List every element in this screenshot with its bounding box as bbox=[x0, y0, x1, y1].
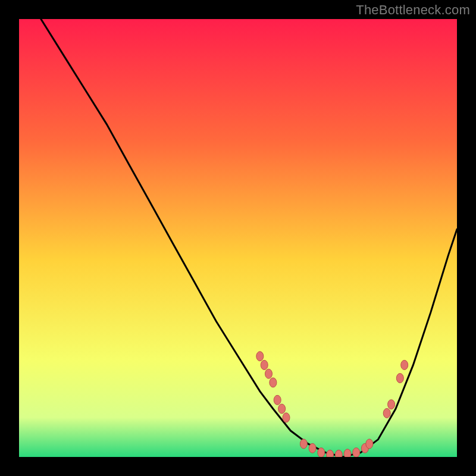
chart-area bbox=[19, 19, 457, 457]
data-point bbox=[388, 400, 395, 409]
data-point bbox=[366, 439, 373, 449]
data-point bbox=[278, 404, 286, 414]
data-point bbox=[256, 352, 264, 361]
data-point bbox=[335, 450, 342, 457]
data-point bbox=[344, 449, 351, 457]
data-point bbox=[318, 448, 325, 457]
data-point bbox=[353, 448, 360, 457]
data-point bbox=[270, 378, 277, 387]
data-point bbox=[401, 360, 408, 369]
data-point bbox=[383, 408, 390, 418]
data-point bbox=[261, 360, 268, 369]
data-point bbox=[265, 369, 273, 378]
data-point bbox=[283, 413, 290, 422]
bottleneck-chart bbox=[19, 19, 457, 457]
data-point bbox=[396, 374, 403, 383]
data-point bbox=[309, 443, 316, 453]
app-frame: TheBottleneck.com bbox=[0, 0, 476, 476]
watermark-text: TheBottleneck.com bbox=[356, 2, 470, 18]
data-point bbox=[327, 450, 334, 457]
data-point bbox=[300, 439, 307, 449]
gradient-background bbox=[19, 19, 457, 457]
data-point bbox=[274, 395, 281, 405]
